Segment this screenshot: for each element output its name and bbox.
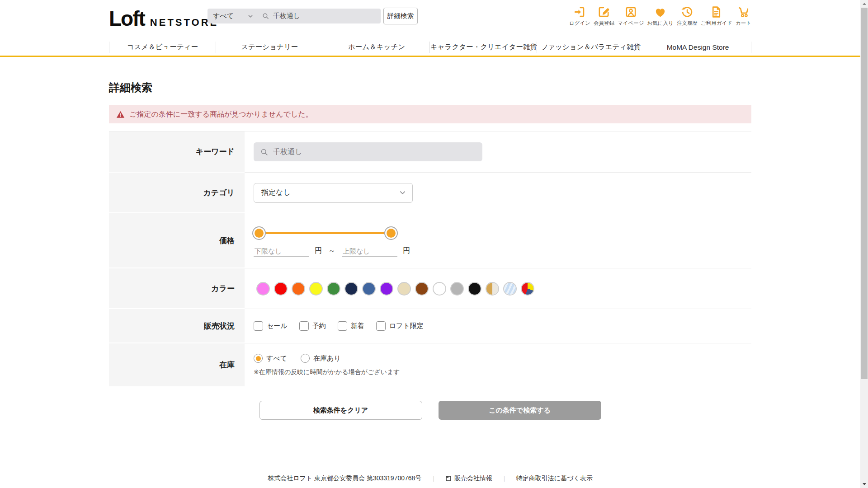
site-logo[interactable]: Loft NETSTORE [109, 8, 218, 29]
quicklink-label: お気に入り [647, 20, 674, 27]
logo-brand: Loft [109, 8, 145, 29]
header-quick-links: ログイン 会員登録 マイページ お気に入り 注文履歴 ご利用ガイド カート [569, 5, 751, 27]
footer-separator: ｜ [501, 474, 507, 483]
header-search-bar: すべて 千枚通し [208, 9, 381, 23]
yen-unit: 円 [403, 246, 410, 256]
keyword-value: 千枚通し [273, 147, 302, 157]
chevron-down-icon [248, 14, 253, 19]
order-history-icon [680, 5, 693, 19]
main-nav: コスメ＆ビューティーステーショナリーホーム＆キッチンキャラクター・クリエイター雑… [0, 39, 860, 57]
form-actions: 検索条件をクリア この条件で検索する [109, 401, 751, 420]
nav-item-4[interactable]: ファッション＆バラエティ雑貨 [537, 39, 644, 56]
quicklink-cart[interactable]: カート [736, 5, 751, 27]
color-swatch-brown[interactable] [416, 283, 428, 295]
status-checkbox-1[interactable]: 予約 [299, 321, 326, 331]
quicklink-label: ご利用ガイド [701, 20, 732, 27]
color-swatch-yellow[interactable] [310, 283, 322, 295]
quicklink-mypage[interactable]: マイページ [618, 5, 644, 27]
color-swatch-pink[interactable] [257, 283, 269, 295]
radio-dot [254, 354, 263, 363]
checkbox-label: ロフト限定 [389, 322, 424, 330]
quicklink-label: ログイン [569, 20, 590, 27]
clear-conditions-button[interactable]: 検索条件をクリア [259, 401, 422, 420]
header-search-input[interactable]: 千枚通し [257, 12, 381, 20]
slider-track[interactable] [259, 232, 391, 234]
nav-item-3[interactable]: キャラクター・クリエイター雑貨 [430, 39, 537, 56]
chevron-down-icon [399, 189, 406, 196]
color-swatch-white[interactable] [434, 283, 445, 295]
color-swatch-orange[interactable] [292, 283, 304, 295]
radio-label: 在庫あり [313, 354, 341, 363]
status-label: 販売状況 [109, 309, 245, 343]
slider-handle-max[interactable] [385, 227, 397, 239]
footer-separator: ｜ [430, 474, 436, 483]
login-icon [573, 5, 586, 19]
color-swatch-navy[interactable] [345, 283, 357, 295]
page-title: 詳細検索 [109, 80, 751, 93]
nav-item-2[interactable]: ホーム＆キッチン [323, 39, 430, 56]
color-row: カラー [109, 268, 751, 309]
scrollbar-thumb[interactable] [861, 8, 868, 379]
external-window-icon [445, 475, 452, 482]
quicklink-order-history[interactable]: 注文履歴 [677, 5, 698, 27]
search-submit-button[interactable]: この条件で検索する [439, 401, 601, 420]
scroll-down-arrow[interactable] [860, 480, 868, 488]
nav-list: コスメ＆ビューティーステーショナリーホーム＆キッチンキャラクター・クリエイター雑… [109, 39, 751, 56]
advanced-search-button[interactable]: 詳細検索 [383, 8, 418, 24]
status-checkbox-2[interactable]: 新着 [338, 321, 364, 331]
quicklink-label: 会員登録 [594, 20, 614, 27]
checkbox-label: セール [267, 322, 288, 330]
category-value: 指定なし [261, 188, 291, 197]
page: Loft NETSTORE すべて 千枚通し 詳細検索 ログイン 会員 [0, 0, 860, 488]
price-min-input[interactable] [254, 246, 309, 257]
nav-item-1[interactable]: ステーショナリー [216, 39, 323, 56]
stock-label: 在庫 [109, 343, 245, 387]
slider-handle-min[interactable] [253, 227, 265, 239]
color-swatch-black[interactable] [469, 283, 481, 295]
guide-icon [710, 5, 723, 19]
color-swatch-purple[interactable] [381, 283, 392, 295]
status-checkbox-0[interactable]: セール [254, 321, 288, 331]
nav-item-5[interactable]: MoMA Design Store [644, 39, 751, 56]
quicklink-label: 注文履歴 [677, 20, 698, 27]
commerce-law-link[interactable]: 特定商取引法に基づく表示 [516, 474, 593, 483]
quicklink-register[interactable]: 会員登録 [594, 5, 614, 27]
quicklink-favorites[interactable]: お気に入り [647, 5, 674, 27]
no-results-alert: ご指定の条件に一致する商品が見つかりませんでした。 [109, 105, 751, 123]
category-select[interactable]: 指定なし [254, 183, 413, 203]
color-swatches [257, 283, 751, 295]
color-swatch-green[interactable] [328, 283, 340, 295]
color-swatch-gray[interactable] [451, 283, 463, 295]
nav-item-0[interactable]: コスメ＆ビューティー [109, 39, 216, 56]
site-header: Loft NETSTORE すべて 千枚通し 詳細検索 ログイン 会員 [0, 0, 860, 57]
quicklink-login[interactable]: ログイン [569, 5, 590, 27]
checkbox-box [299, 321, 309, 331]
favorites-icon [654, 5, 667, 19]
scrollbar [860, 0, 868, 488]
status-checkbox-3[interactable]: ロフト限定 [376, 321, 424, 331]
main-content: 詳細検索 ご指定の条件に一致する商品が見つかりませんでした。 キーワード 千枚通… [109, 80, 751, 420]
color-swatch-clear[interactable] [504, 283, 516, 295]
price-max-input[interactable] [342, 246, 397, 257]
stock-options: すべて 在庫あり [254, 354, 751, 363]
color-label: カラー [109, 268, 245, 309]
color-swatch-red[interactable] [275, 283, 287, 295]
stock-radio-1[interactable]: 在庫あり [301, 354, 341, 363]
price-row: 価格 円 ～ 円 [109, 213, 751, 268]
search-query-text: 千枚通し [273, 12, 300, 20]
color-swatch-multicolor[interactable] [522, 283, 533, 295]
stock-radio-0[interactable]: すべて [254, 354, 287, 363]
scroll-up-arrow[interactable] [860, 0, 868, 8]
color-swatch-beige[interactable] [398, 283, 410, 295]
search-icon [262, 12, 269, 20]
quicklink-guide[interactable]: ご利用ガイド [701, 5, 732, 27]
color-swatch-blue[interactable] [363, 283, 375, 295]
seller-info-label: 販売会社情報 [454, 474, 492, 483]
color-swatch-gold-silver[interactable] [486, 283, 498, 295]
keyword-input[interactable]: 千枚通し [254, 142, 482, 161]
checkbox-box [338, 321, 347, 331]
category-row: カテゴリ 指定なし [109, 173, 751, 213]
cart-icon [737, 5, 750, 19]
seller-info-link[interactable]: 販売会社情報 [445, 474, 492, 483]
search-category-select[interactable]: すべて [208, 9, 257, 23]
